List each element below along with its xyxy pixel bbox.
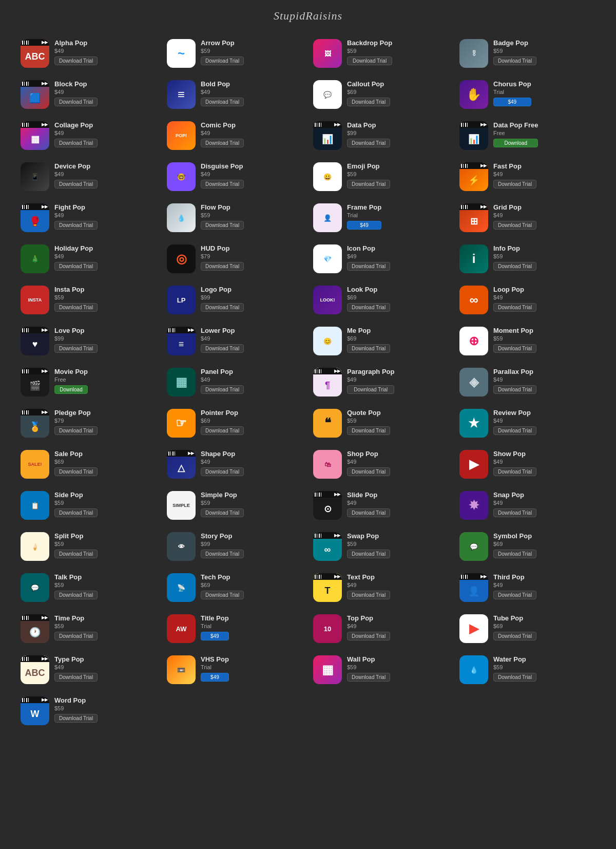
download-free-btn-movie[interactable]: Download	[54, 385, 88, 394]
download-trial-btn-type[interactable]: Download Trial	[54, 673, 98, 682]
buy-btn-chorus[interactable]: $49	[493, 98, 531, 106]
app-name-frame: Frame Pop	[347, 203, 381, 211]
app-icon-grid: ▶▶ ⊞	[459, 203, 488, 232]
download-trial-btn-shape[interactable]: Download Trial	[201, 467, 244, 476]
download-trial-btn-pointer[interactable]: Download Trial	[201, 426, 244, 435]
download-trial-btn-holiday[interactable]: Download Trial	[54, 262, 98, 271]
app-item-word: ▶▶ W Word Pop $59 Download Trial	[15, 690, 162, 731]
download-trial-btn-water[interactable]: Download Trial	[493, 673, 536, 682]
app-info-show: Show Pop $49 Download Trial	[493, 450, 536, 476]
app-name-word: Word Pop	[54, 696, 98, 704]
app-info-badge: Badge Pop $59 Download Trial	[493, 39, 536, 65]
download-trial-btn-alpha[interactable]: Download Trial	[54, 56, 98, 65]
app-price-talk: $59	[54, 582, 98, 588]
download-trial-btn-tech[interactable]: Download Trial	[201, 591, 244, 599]
download-trial-btn-fast[interactable]: Download Trial	[493, 180, 536, 188]
app-item-type: ▶▶ ABC Type Pop $49 Download Trial	[15, 649, 162, 690]
download-trial-btn-text[interactable]: Download Trial	[347, 591, 390, 599]
download-trial-btn-snap[interactable]: Download Trial	[493, 508, 536, 517]
app-name-love: Love Pop	[54, 327, 98, 334]
app-item-talk: 💬 Talk Pop $59 Download Trial	[15, 567, 162, 608]
app-item-grid: ▶▶ ⊞ Grid Pop $49 Download Trial	[454, 197, 601, 238]
buy-btn-frame[interactable]: $49	[347, 221, 381, 230]
download-trial-btn-love[interactable]: Download Trial	[54, 344, 98, 353]
download-trial-btn-shop[interactable]: Download Trial	[347, 467, 390, 476]
app-item-alpha: ▶▶ ABC Alpha Pop $49 Download Trial	[15, 33, 162, 74]
app-info-story: Story Pop $99 Download Trial	[201, 532, 244, 558]
download-trial-btn-bold[interactable]: Download Trial	[201, 98, 244, 106]
app-item-pointer: ☞ Pointer Pop $69 Download Trial	[162, 403, 308, 444]
download-trial-btn-badge[interactable]: Download Trial	[493, 56, 536, 65]
app-item-bold: ≡ Bold Pop $49 Download Trial	[162, 74, 308, 115]
download-trial-btn-tube[interactable]: Download Trial	[493, 632, 536, 640]
app-icon-emoji: 😀	[313, 162, 342, 191]
download-trial-btn-wall[interactable]: Download Trial	[347, 673, 390, 682]
download-trial-btn-block[interactable]: Download Trial	[54, 98, 98, 106]
download-trial-btn-data[interactable]: Download Trial	[347, 139, 390, 147]
download-trial-btn-talk[interactable]: Download Trial	[54, 591, 98, 599]
app-name-loop: Loop Pop	[493, 286, 536, 293]
download-trial-btn-collage[interactable]: Download Trial	[54, 139, 98, 147]
app-info-lower: Lower Pop $49 Download Trial	[201, 327, 244, 353]
app-item-title: AW Title Pop Trial $49	[162, 608, 308, 649]
download-trial-btn-fight[interactable]: Download Trial	[54, 221, 98, 230]
download-trial-btn-lower[interactable]: Download Trial	[201, 344, 244, 353]
download-trial-btn-parallax[interactable]: Download Trial	[493, 385, 536, 394]
app-price-slide: $49	[347, 500, 390, 506]
app-price-movie: Free	[54, 376, 88, 383]
app-item-chorus: ✋ Chorus Pop Trial $49	[454, 74, 601, 115]
download-trial-btn-look[interactable]: Download Trial	[347, 303, 390, 312]
download-trial-btn-swap[interactable]: Download Trial	[347, 550, 390, 558]
download-trial-btn-comic[interactable]: Download Trial	[201, 139, 244, 147]
download-trial-btn-panel[interactable]: Download Trial	[201, 385, 244, 394]
download-trial-btn-third[interactable]: Download Trial	[493, 591, 536, 599]
app-price-love: $99	[54, 335, 98, 342]
download-trial-btn-logo[interactable]: Download Trial	[201, 303, 244, 312]
download-trial-btn-side[interactable]: Download Trial	[54, 508, 98, 517]
download-trial-btn-info[interactable]: Download Trial	[493, 262, 536, 271]
download-trial-btn-emoji[interactable]: Download Trial	[347, 180, 390, 188]
download-free-btn-datafree[interactable]: Download	[493, 139, 538, 147]
app-icon-callout: 💬	[313, 80, 342, 109]
download-trial-btn-callout[interactable]: Download Trial	[347, 98, 390, 106]
download-trial-btn-slide[interactable]: Download Trial	[347, 508, 390, 517]
download-trial-btn-top[interactable]: Download Trial	[347, 632, 390, 640]
download-trial-btn-sale[interactable]: Download Trial	[54, 467, 98, 476]
app-item-third: ▶▶ 👤 Third Pop $49 Download Trial	[454, 567, 601, 608]
download-trial-btn-split[interactable]: Download Trial	[54, 550, 98, 558]
download-trial-btn-simple[interactable]: Download Trial	[201, 508, 244, 517]
app-item-tech: 📡 Tech Pop $69 Download Trial	[162, 567, 308, 608]
download-trial-btn-moment[interactable]: Download Trial	[493, 344, 536, 353]
download-trial-btn-hud[interactable]: Download Trial	[201, 262, 244, 271]
download-trial-btn-device[interactable]: Download Trial	[54, 180, 98, 188]
app-item-datafree: ▶▶ 📊 Data Pop Free Free Download	[454, 115, 601, 156]
buy-btn-title[interactable]: $49	[201, 632, 229, 640]
download-trial-btn-pledge[interactable]: Download Trial	[54, 426, 98, 435]
download-trial-btn-me[interactable]: Download Trial	[347, 344, 390, 353]
app-price-fast: $49	[493, 171, 536, 177]
download-trial-btn-grid[interactable]: Download Trial	[493, 221, 536, 230]
app-info-top: Top Pop $49 Download Trial	[347, 614, 390, 640]
app-item-block: ▶▶ 🟦 Block Pop $49 Download Trial	[15, 74, 162, 115]
app-price-snap: $49	[493, 500, 536, 506]
download-trial-btn-flow[interactable]: Download Trial	[201, 221, 244, 230]
app-item-disguise: 🤓 Disguise Pop $49 Download Trial	[162, 156, 308, 197]
download-trial-btn-symbol[interactable]: Download Trial	[493, 550, 536, 558]
download-trial-btn-story[interactable]: Download Trial	[201, 550, 244, 558]
download-trial-btn-word[interactable]: Download Trial	[54, 714, 98, 723]
download-trial-btn-show[interactable]: Download Trial	[493, 467, 536, 476]
download-trial-btn-time[interactable]: Download Trial	[54, 632, 98, 640]
download-trial-btn-icon[interactable]: Download Trial	[347, 262, 390, 271]
download-trial-btn-disguise[interactable]: Download Trial	[201, 180, 244, 188]
download-trial-btn-quote[interactable]: Download Trial	[347, 426, 390, 435]
download-trial-btn-paragraph[interactable]: Download Trial	[347, 385, 394, 394]
app-name-device: Device Pop	[54, 162, 98, 170]
app-info-time: Time Pop $59 Download Trial	[54, 614, 98, 640]
app-price-insta: $59	[54, 294, 98, 300]
download-trial-btn-loop[interactable]: Download Trial	[493, 303, 536, 312]
buy-btn-vhs[interactable]: $49	[201, 673, 229, 682]
download-trial-btn-backdrop[interactable]: Download Trial	[347, 56, 392, 65]
download-trial-btn-insta[interactable]: Download Trial	[54, 303, 98, 312]
download-trial-btn-review[interactable]: Download Trial	[493, 426, 536, 435]
download-trial-btn-arrow[interactable]: Download Trial	[201, 56, 244, 65]
